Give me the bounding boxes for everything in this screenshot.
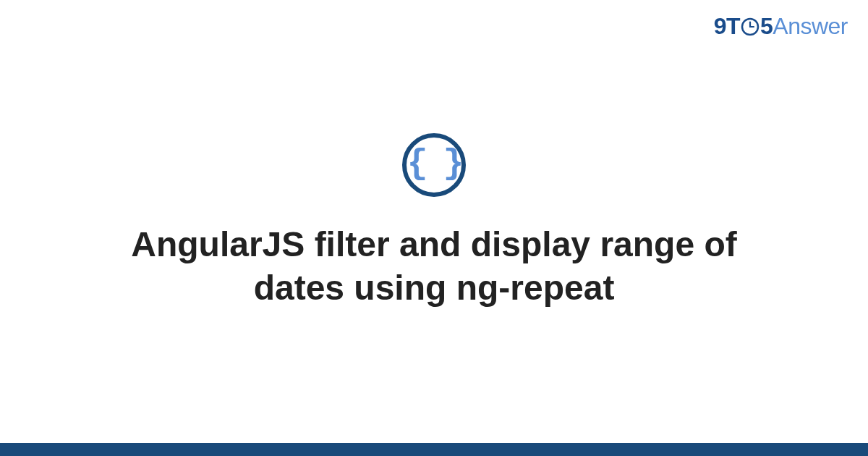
footer-accent-bar (0, 443, 868, 456)
main-content: { } AngularJS filter and display range o… (0, 0, 868, 443)
page-title: AngularJS filter and display range of da… (72, 223, 796, 310)
braces-icon: { } (407, 146, 461, 181)
topic-icon-circle: { } (402, 133, 466, 197)
